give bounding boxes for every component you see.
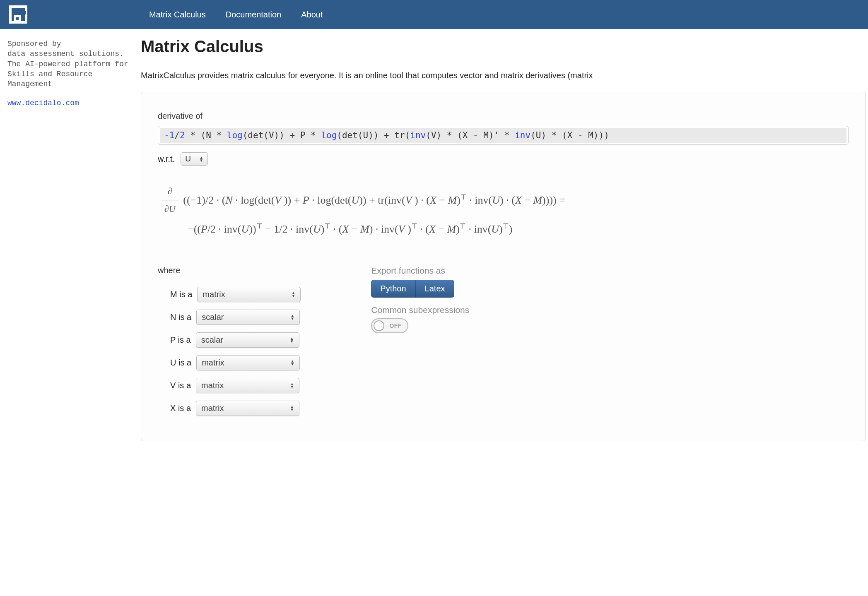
chevron-updown-icon: ▲▼ — [290, 360, 294, 365]
export-label: Export functions as — [371, 266, 512, 276]
toggle-state: OFF — [389, 322, 402, 329]
chevron-updown-icon: ▲▼ — [291, 291, 295, 297]
var-type-value: matrix — [202, 358, 224, 368]
header: Matrix Calculus Documentation About — [0, 0, 868, 29]
var-label: N is a — [170, 312, 191, 322]
svg-rect-1 — [15, 16, 20, 21]
var-row: V is amatrix▲▼ — [170, 378, 301, 393]
var-label: X is a — [170, 404, 191, 413]
var-type-value: scalar — [201, 335, 223, 345]
sponsor-line: Sponsored by — [7, 39, 133, 49]
var-label: U is a — [170, 358, 191, 368]
var-row: U is amatrix▲▼ — [170, 355, 301, 370]
intro-text: MatrixCalculus provides matrix calculus … — [141, 71, 866, 80]
sponsor-line: The AI-powered platform for — [7, 59, 133, 69]
main: Matrix Calculus MatrixCalculus provides … — [141, 37, 868, 441]
sidebar: Sponsored by data assessment solutions. … — [0, 37, 141, 441]
logo[interactable] — [7, 4, 29, 25]
page-title: Matrix Calculus — [141, 37, 866, 56]
var-type-dropdown[interactable]: matrix▲▼ — [197, 287, 301, 302]
cse-toggle[interactable]: OFF — [371, 318, 408, 333]
var-type-dropdown[interactable]: matrix▲▼ — [196, 378, 299, 393]
sponsor-line: Skills and Resource Management — [7, 69, 133, 89]
chevron-updown-icon: ▲▼ — [199, 156, 203, 162]
var-type-value: matrix — [201, 381, 224, 390]
expression-input[interactable]: -1/2 * (N * log(det(V)) + P * log(det(U)… — [158, 126, 849, 145]
calculator-panel: derivative of -1/2 * (N * log(det(V)) + … — [141, 92, 866, 441]
export-button-group: Python Latex — [371, 280, 512, 298]
var-type-dropdown[interactable]: matrix▲▼ — [196, 355, 300, 370]
var-row: P is ascalar▲▼ — [170, 332, 301, 348]
var-type-value: matrix — [201, 404, 224, 413]
chevron-updown-icon: ▲▼ — [290, 382, 294, 388]
var-type-dropdown[interactable]: scalar▲▼ — [196, 310, 300, 325]
var-type-dropdown[interactable]: scalar▲▼ — [196, 332, 299, 348]
cse-label: Common subexpressions — [371, 305, 512, 315]
nav-documentation[interactable]: Documentation — [226, 10, 282, 19]
var-type-value: matrix — [203, 290, 225, 299]
chevron-updown-icon: ▲▼ — [290, 337, 294, 343]
sponsor-link[interactable]: www.decidalo.com — [7, 98, 133, 108]
var-row: M is amatrix▲▼ — [170, 287, 301, 302]
chevron-updown-icon: ▲▼ — [290, 405, 294, 411]
sponsor-line: data assessment solutions. — [7, 49, 133, 59]
var-label: P is a — [170, 335, 191, 345]
nav: Matrix Calculus Documentation About — [149, 10, 323, 19]
nav-about[interactable]: About — [301, 10, 323, 19]
var-type-dropdown[interactable]: matrix▲▼ — [196, 401, 299, 416]
wrt-label: w.r.t. — [158, 154, 175, 164]
export-latex-button[interactable]: Latex — [416, 280, 454, 298]
wrt-value: U — [185, 154, 191, 163]
var-label: M is a — [170, 290, 192, 299]
svg-rect-2 — [20, 11, 26, 14]
var-row: X is amatrix▲▼ — [170, 401, 301, 416]
where-label: where — [158, 266, 301, 275]
derivative-of-label: derivative of — [158, 111, 849, 121]
wrt-dropdown[interactable]: U ▲▼ — [181, 152, 208, 166]
var-type-value: scalar — [202, 312, 224, 322]
toggle-knob-icon — [374, 320, 384, 331]
export-python-button[interactable]: Python — [371, 280, 415, 298]
var-row: N is ascalar▲▼ — [170, 310, 301, 325]
nav-matrix-calculus[interactable]: Matrix Calculus — [149, 10, 206, 19]
chevron-updown-icon: ▲▼ — [290, 314, 294, 320]
var-label: V is a — [170, 381, 191, 390]
result-math: ∂∂U ((−1)/2 · (N · log(det(V )) + P · lo… — [158, 184, 849, 239]
